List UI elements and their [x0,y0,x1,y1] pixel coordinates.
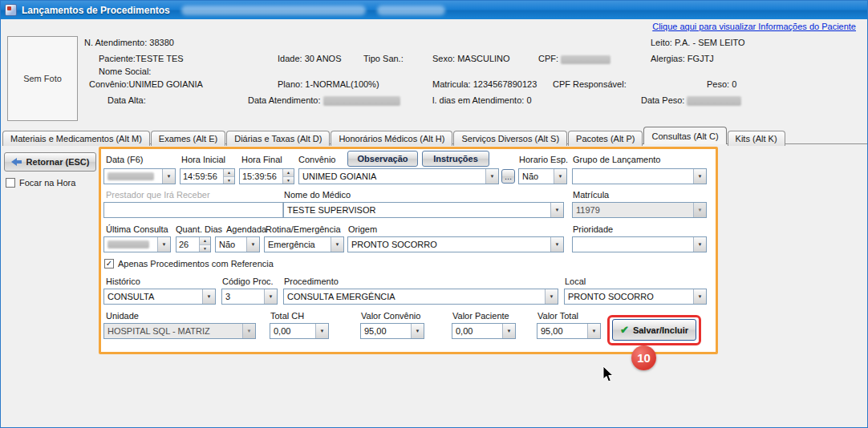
data-peso-field: Data Peso: [641,95,741,106]
agendada-combo[interactable]: Não ▼ [215,236,260,252]
matricula-paciente-field: Matricula: 1234567890123 [432,79,537,89]
valor-convenio-label: Valor Convênio [361,311,420,321]
prioridade-combo[interactable]: ▼ [572,236,707,252]
data-combo[interactable]: ▼ [103,168,176,184]
redacted-data-atendimento [323,96,400,106]
data-alta-field: Data Alta: [107,95,146,105]
ultima-consulta-combo[interactable]: ▼ [103,236,171,252]
redacted-data-peso [687,96,741,106]
nome-medico-combo[interactable]: TESTE SUPERVISOR ▼ [283,202,564,218]
valor-total-label: Valor Total [537,311,578,321]
tab-kits[interactable]: Kits (Alt K) [728,131,785,146]
rotina-emergencia-label: Rotina/Emergência [266,224,341,234]
horario-esp-combo[interactable]: Não ▼ [518,168,567,184]
rotina-emergencia-combo[interactable]: Emergência ▼ [264,236,344,252]
spin-down-icon[interactable]: ▼ [224,177,234,184]
spin-up-icon[interactable]: ▲ [224,169,234,177]
focar-na-hora-checkbox[interactable]: Focar na Hora [6,178,75,188]
tab-exames[interactable]: Exames (Alt E) [151,131,225,146]
valor-total-combo[interactable]: 95,00 ▼ [537,323,601,339]
app-icon [5,4,17,16]
dropdown-arrow-icon[interactable]: ▼ [545,289,558,304]
window-title: Lançamentos de Procedimentos [22,5,170,16]
quant-dias-spinner[interactable]: 26 ▲▼ [176,236,211,252]
tab-consultas[interactable]: Consultas (Alt C) [643,127,726,144]
local-combo[interactable]: PRONTO SOCORRO ▼ [564,289,707,305]
hora-final-label: Hora Final [241,155,282,164]
origem-label: Origem [348,224,377,234]
dropdown-arrow-icon[interactable]: ▼ [550,237,563,252]
tab-materiais[interactable]: Materiais e Medicamentos (Alt M) [2,131,150,146]
matricula-label: Matrícula [573,190,609,200]
procedimento-label: Procedimento [284,277,339,286]
salvar-incluir-button[interactable]: ✔ Salvar/Incluir [612,319,696,341]
dropdown-arrow-icon[interactable]: ▼ [331,237,343,252]
checkbox-box[interactable]: ✓ [104,259,114,269]
origem-combo[interactable]: PRONTO SOCORRO ▼ [347,236,564,252]
arrow-left-icon [11,158,22,166]
redacted-title-text-2 [377,6,445,15]
spin-down-icon[interactable]: ▼ [283,177,294,184]
data-label: Data (F6) [106,155,143,164]
dropdown-arrow-icon[interactable]: ▼ [693,237,706,252]
dropdown-arrow-icon[interactable]: ▼ [693,169,706,184]
checkbox-box[interactable] [6,178,15,188]
patient-info-link[interactable]: Clique aqui para visualizar Informações … [652,22,856,31]
valor-paciente-combo[interactable]: 0,00 ▼ [452,323,516,339]
dropdown-arrow-icon[interactable]: ▼ [587,324,600,338]
dropdown-arrow-icon[interactable]: ▼ [550,203,563,217]
tab-diarias[interactable]: Diárias e Taxas (Alt D) [226,131,330,146]
observacao-button[interactable]: Observação [347,151,418,167]
tab-honorarios[interactable]: Honorários Médicos (Alt H) [331,131,452,146]
plano-field: Plano: 1-NORMAL(100%) [278,79,379,89]
historico-combo[interactable]: CONSULTA ▼ [103,289,216,305]
convenio-combo[interactable]: UNIMED GOIANIA ▼ [298,168,499,184]
dropdown-arrow-icon[interactable]: ▼ [485,169,498,184]
dropdown-arrow-icon[interactable]: ▼ [246,237,259,252]
dropdown-arrow-icon[interactable]: ▼ [554,169,566,184]
grupo-lancamento-label: Grupo de Lançamento [573,155,660,164]
dropdown-arrow-icon[interactable]: ▼ [264,289,277,304]
focar-label: Focar na Hora [19,178,75,188]
tab-servicos[interactable]: Serviços Diversos (Alt S) [453,131,567,146]
tab-pacotes[interactable]: Pacotes (Alt P) [568,131,643,146]
procedimento-combo[interactable]: CONSULTA EMERGÊNCIA ▼ [283,289,558,305]
dropdown-arrow-icon[interactable]: ▼ [162,169,175,184]
redacted-title-text [181,6,366,15]
hora-final-spinner[interactable]: 15:39:56 ▲▼ [239,168,294,184]
salvar-incluir-label: Salvar/Incluir [633,325,688,335]
idade-field: Idade: 30 ANOS [278,54,342,63]
grupo-lancamento-combo[interactable]: ▼ [572,168,707,184]
retornar-button[interactable]: Retornar (ESC) [4,152,96,172]
valor-convenio-combo[interactable]: 95,00 ▼ [360,323,424,339]
cpf-responsavel-field: CPF Responsável: [553,79,627,89]
spin-down-icon[interactable]: ▼ [200,245,210,252]
ultima-consulta-label: Última Consulta [106,224,168,234]
dropdown-arrow-icon[interactable]: ▼ [157,237,170,252]
spin-up-icon[interactable]: ▲ [200,237,210,245]
spin-up-icon[interactable]: ▲ [283,169,294,177]
tipo-san-field: Tipo San.: [363,54,404,63]
total-ch-combo[interactable]: 0,00 ▼ [270,323,329,339]
valor-paciente-label: Valor Paciente [452,311,509,321]
codigo-proc-combo[interactable]: 3 ▼ [221,289,278,305]
dropdown-arrow-icon[interactable]: ▼ [202,289,215,304]
unidade-combo: HOSPITAL SQL - MATRIZ ▼ [103,323,256,339]
instrucoes-button[interactable]: Instruções [422,151,489,167]
hora-inicial-label: Hora Inicial [181,155,225,164]
atendimento-field: N. Atendimento: 38380 [84,38,174,47]
prestador-combo[interactable]: ▼ [103,202,296,218]
hora-inicial-spinner[interactable]: 14:59:56 ▲▼ [180,168,235,184]
dropdown-arrow-icon: ▼ [242,324,255,338]
title-bar: Lançamentos de Procedimentos [1,1,867,19]
ellipsis-button[interactable]: ... [501,169,515,184]
codigo-proc-label: Código Proc. [222,277,274,286]
step-badge: 10 [631,345,656,370]
app-window: Lançamentos de Procedimentos Clique aqui… [0,0,868,428]
dropdown-arrow-icon[interactable]: ▼ [502,324,515,338]
apenas-referencia-checkbox[interactable]: ✓ Apenas Procedimentos com Referencia [104,259,274,269]
dropdown-arrow-icon[interactable]: ▼ [315,324,328,338]
dropdown-arrow-icon[interactable]: ▼ [693,289,706,304]
quant-dias-label: Quant. Dias [176,224,222,234]
dropdown-arrow-icon[interactable]: ▼ [411,324,424,338]
